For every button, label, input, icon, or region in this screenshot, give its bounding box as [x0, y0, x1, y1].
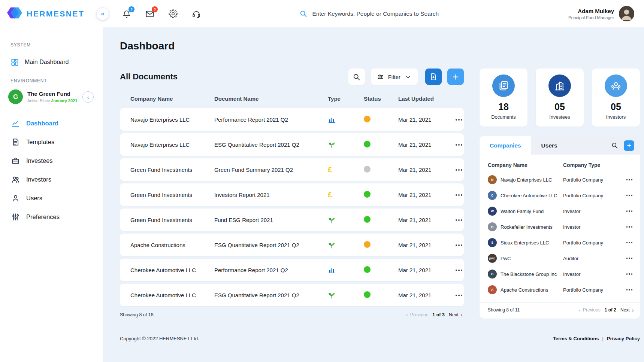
- sidebar-item-label: Preferences: [26, 213, 60, 220]
- company-row[interactable]: R Rockefeller Investments Investor: [488, 219, 634, 235]
- row-actions-menu-icon[interactable]: [625, 270, 634, 278]
- company-name-cell: A Apache Constructions: [488, 285, 563, 294]
- sidebar-section-environment: ENVIRONMENT: [0, 78, 103, 83]
- company-row[interactable]: A Apache Constructions Portfolio Company: [488, 282, 634, 298]
- document-download-icon: [429, 73, 438, 81]
- row-actions-menu-icon[interactable]: [454, 241, 463, 249]
- panel-search-icon[interactable]: [611, 142, 618, 149]
- row-actions-menu-icon[interactable]: [454, 141, 463, 149]
- row-actions-menu-icon[interactable]: [454, 116, 463, 124]
- sidebar-item-label: Investees: [26, 157, 53, 164]
- sidebar-item-label: Investors: [26, 176, 51, 183]
- company-name-cell: pwc PwC: [488, 254, 563, 263]
- document-row[interactable]: Green Fund Investments Green Fund Summar…: [120, 158, 464, 181]
- row-actions-menu-icon[interactable]: [625, 286, 634, 293]
- search-input[interactable]: [312, 10, 469, 17]
- document-row[interactable]: Cherokee Automotive LLC ESG Quantitative…: [120, 284, 464, 306]
- row-actions-menu-icon[interactable]: [454, 166, 463, 174]
- support-headset-icon[interactable]: [192, 9, 201, 18]
- row-actions-menu-icon[interactable]: [625, 192, 634, 199]
- document-row[interactable]: Green Fund Investments Fund ESG Report 2…: [120, 209, 464, 231]
- logo[interactable]: HERMESNET: [0, 6, 103, 21]
- sidebar-item[interactable]: Templates: [0, 133, 103, 151]
- sidebar-item[interactable]: Dashboard: [0, 114, 103, 133]
- documents-table-footer: Showing 8 of 18 ‹ Previous 1 of 3 Next ›: [120, 312, 464, 317]
- document-row[interactable]: Cherokee Automotive LLC Performance Repo…: [120, 259, 464, 281]
- company-row[interactable]: B The Blackstone Group Inc Investor: [488, 266, 634, 282]
- user-menu[interactable]: Adam Mulkey Principal Fund Manager: [568, 6, 644, 21]
- document-row[interactable]: Apache Constructions ESG Quantitative Re…: [120, 234, 464, 256]
- sidebar-item[interactable]: Investees: [0, 151, 103, 170]
- documents-search-button[interactable]: [348, 69, 365, 85]
- row-actions-menu-icon[interactable]: [625, 176, 634, 183]
- row-actions-menu-icon[interactable]: [454, 191, 463, 199]
- actions-cell: [454, 241, 463, 249]
- sidebar-collapse-button[interactable]: «: [96, 7, 109, 20]
- company-name-cell: Navajo Enterprises LLC: [130, 142, 214, 148]
- company-row[interactable]: C Cherokee Automotive LLC Portfolio Comp…: [488, 188, 634, 203]
- previous-page-button[interactable]: ‹ Previous: [406, 312, 428, 317]
- sidebar-item[interactable]: Preferences: [0, 207, 103, 226]
- status-cell: [364, 241, 398, 249]
- sidebar-item[interactable]: Users: [0, 189, 103, 207]
- document-row[interactable]: Navajo Enterprises LLC Performance Repor…: [120, 108, 464, 131]
- right-panel: 18 Documents 05 Investees: [480, 69, 640, 319]
- row-actions-menu-icon[interactable]: [625, 223, 634, 231]
- copyright-text: Copyright © 2022 HERMESNET Ltd.: [120, 336, 199, 341]
- company-row[interactable]: S Sioux Enterprises LLC Portfolio Compan…: [488, 235, 634, 250]
- company-row[interactable]: W Walton Family Fund Investor: [488, 203, 634, 219]
- notifications-bell-icon[interactable]: 3: [122, 9, 131, 18]
- user-role: Principal Fund Manager: [568, 15, 614, 20]
- logo-wordmark: HERMESNET: [27, 9, 84, 18]
- messages-mail-icon[interactable]: 3: [145, 9, 154, 18]
- row-actions-menu-icon[interactable]: [454, 292, 463, 299]
- page-footer: Copyright © 2022 HERMESNET Ltd. Terms & …: [120, 336, 640, 351]
- row-actions-menu-icon[interactable]: [625, 239, 634, 246]
- document-name-cell: Fund ESG Report 2021: [214, 217, 328, 223]
- next-page-button[interactable]: Next ›: [449, 312, 462, 317]
- company-row[interactable]: pwc PwC Auditor: [488, 250, 634, 266]
- next-page-button[interactable]: Next ›: [620, 307, 634, 313]
- company-logo: W: [488, 207, 497, 216]
- sidebar-item-icon: [11, 213, 20, 221]
- column-company-name: Company Name: [488, 162, 563, 168]
- row-actions-menu-icon[interactable]: [454, 216, 463, 224]
- document-row[interactable]: Green Fund Investments Investors Report …: [120, 183, 464, 206]
- panel-actions: [611, 140, 640, 151]
- settings-gear-icon[interactable]: [169, 9, 178, 18]
- dashboard-grid-icon: [10, 58, 19, 67]
- tab-users[interactable]: Users: [531, 136, 568, 155]
- companies-panel-footer: Showing 8 of 11 ‹ Previous 1 of 2 Next ›: [480, 302, 640, 319]
- status-indicator: [364, 191, 371, 198]
- add-document-button[interactable]: [447, 69, 464, 85]
- download-report-button[interactable]: [425, 69, 442, 85]
- row-actions-menu-icon[interactable]: [625, 207, 634, 215]
- row-actions-menu-icon[interactable]: [625, 255, 634, 262]
- company-row[interactable]: N Navajo Enterprises LLC Portfolio Compa…: [488, 172, 634, 188]
- privacy-link[interactable]: Privacy Policy: [607, 336, 640, 341]
- fund-collapse-button[interactable]: ‹: [82, 91, 94, 103]
- stat-value: 05: [592, 101, 640, 112]
- sidebar-item[interactable]: Investors: [0, 170, 103, 189]
- company-type-cell: Portfolio Company: [563, 177, 625, 183]
- row-actions-menu-icon[interactable]: [454, 267, 463, 274]
- user-avatar[interactable]: [619, 6, 634, 21]
- sidebar-item-label: Users: [26, 195, 42, 202]
- document-name-cell: ESG Quantitative Report 2021 Q2: [214, 142, 328, 148]
- tab-companies[interactable]: Companies: [480, 136, 531, 155]
- terms-link[interactable]: Terms & Conditions: [553, 336, 599, 341]
- status-cell: [364, 166, 398, 174]
- company-name-cell: Green Fund Investments: [130, 217, 214, 223]
- last-updated-cell: Mar 21, 2021: [398, 192, 454, 198]
- document-type-icon: £: [328, 166, 364, 173]
- company-logo: B: [488, 270, 497, 279]
- status-indicator: [364, 166, 371, 173]
- page-title: Dashboard: [120, 40, 640, 52]
- previous-page-button[interactable]: ‹ Previous: [579, 307, 601, 313]
- sidebar-item-main-dashboard[interactable]: Main Dashboard: [0, 54, 103, 71]
- company-name: Apache Constructions: [501, 287, 548, 293]
- page-indicator: 1 of 3: [432, 312, 445, 317]
- document-row[interactable]: Navajo Enterprises LLC ESG Quantitative …: [120, 133, 464, 156]
- filter-button[interactable]: Filter: [371, 69, 418, 85]
- add-company-button[interactable]: [624, 140, 634, 151]
